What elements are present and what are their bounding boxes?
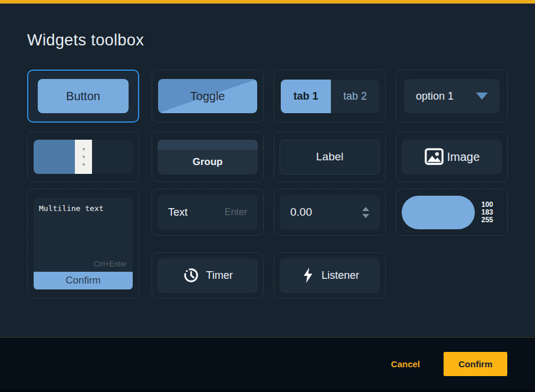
- multiline-confirm-button: Confirm: [34, 272, 133, 289]
- image-icon: [424, 148, 444, 166]
- tab-active: tab 1: [281, 80, 331, 113]
- bottom-edge-strip: [0, 390, 535, 392]
- multiline-widget-preview: Multiline text Ctrl+Enter Confirm: [34, 198, 133, 289]
- widget-cell-select[interactable]: option 1: [396, 70, 508, 123]
- color-b-value: 255: [481, 216, 493, 224]
- toggle-widget-label: Toggle: [191, 90, 225, 103]
- timer-widget-preview: Timer: [157, 258, 258, 293]
- group-widget-label: Group: [157, 150, 258, 174]
- number-widget-preview: 0.00: [280, 195, 380, 230]
- color-swatch: [402, 196, 475, 229]
- cancel-button[interactable]: Cancel: [388, 352, 424, 376]
- widget-cell-toggle[interactable]: Toggle: [152, 70, 264, 123]
- widget-cell-color[interactable]: 100 183 255: [396, 189, 508, 236]
- button-widget-label: Button: [66, 90, 100, 103]
- button-widget-preview: Button: [38, 79, 129, 113]
- text-widget-preview: Text Enter: [157, 195, 258, 230]
- chevron-down-icon: [362, 214, 369, 218]
- listener-widget-preview: Listener: [280, 258, 380, 293]
- spinner-arrows: [362, 207, 369, 218]
- group-header-bar: [157, 140, 258, 150]
- tab-inactive: tab 2: [331, 80, 379, 113]
- chevron-up-icon: [362, 207, 369, 211]
- color-widget-preview: 100 183 255: [402, 195, 502, 230]
- text-input-value: Text: [168, 206, 188, 219]
- widget-cell-button[interactable]: Button: [27, 70, 139, 123]
- label-widget-label: Label: [316, 150, 344, 163]
- multiline-text: Multiline text: [39, 204, 127, 213]
- widget-cell-slider[interactable]: [27, 131, 139, 182]
- grip-dots-icon: [75, 140, 92, 174]
- lightning-icon: [300, 267, 316, 284]
- color-rgb-values: 100 183 255: [481, 201, 493, 224]
- widget-cell-number[interactable]: 0.00: [274, 189, 386, 236]
- listener-widget-label: Listener: [321, 269, 359, 282]
- color-r-value: 100: [481, 201, 493, 209]
- multiline-shortcut-hint: Ctrl+Enter: [93, 260, 127, 268]
- dialog-footer: Cancel Confirm: [0, 337, 535, 390]
- label-widget-preview: Label: [280, 140, 380, 174]
- multiline-textarea: Multiline text Ctrl+Enter: [34, 198, 133, 272]
- group-widget-preview: Group: [157, 140, 258, 174]
- toggle-widget-preview: Toggle: [158, 79, 257, 113]
- dialog-title: Widgets toolbox: [27, 31, 144, 50]
- select-widget-preview: option 1: [404, 79, 500, 113]
- widget-cell-timer[interactable]: Timer: [152, 252, 264, 298]
- slider-widget-preview: [34, 140, 133, 174]
- slider-fill: [34, 140, 75, 174]
- widget-cell-tabs[interactable]: tab 1 tab 2: [274, 70, 386, 123]
- number-value: 0.00: [290, 206, 312, 219]
- chevron-down-icon: [476, 93, 488, 100]
- text-input-hint: Enter: [225, 207, 247, 218]
- image-widget-preview: Image: [402, 140, 502, 174]
- widget-cell-image[interactable]: Image: [396, 131, 508, 182]
- accent-top-bar: [0, 0, 535, 4]
- timer-widget-label: Timer: [206, 269, 232, 282]
- widget-cell-multiline[interactable]: Multiline text Ctrl+Enter Confirm: [27, 189, 139, 298]
- select-value: option 1: [416, 90, 454, 103]
- slider-track: [92, 140, 133, 174]
- confirm-button[interactable]: Confirm: [444, 352, 507, 376]
- image-widget-label: Image: [447, 150, 480, 164]
- widget-cell-group[interactable]: Group: [152, 131, 264, 182]
- widget-cell-text[interactable]: Text Enter: [152, 189, 264, 236]
- color-g-value: 183: [481, 209, 493, 216]
- timer-icon: [182, 266, 200, 284]
- widget-cell-label[interactable]: Label: [274, 131, 386, 182]
- widget-cell-listener[interactable]: Listener: [274, 252, 386, 298]
- tabs-widget-preview: tab 1 tab 2: [281, 80, 379, 113]
